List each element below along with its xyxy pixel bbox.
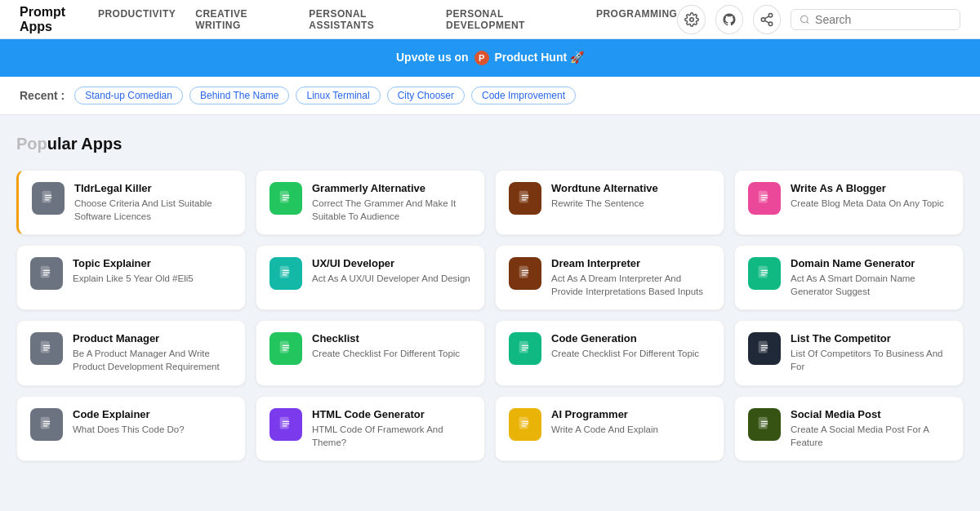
card-list-competitor[interactable]: List The Competitor List Of Competitors …: [734, 320, 964, 385]
card-icon: [509, 182, 541, 215]
card-body: Code Generation Create Checklist For Dif…: [551, 332, 710, 360]
nav-link-creative-writing[interactable]: CREATIVE WRITING: [195, 8, 289, 31]
search-icon: [800, 14, 810, 25]
svg-point-6: [801, 16, 808, 22]
card-title: TldrLegal Killer: [74, 182, 232, 194]
card-icon: [509, 257, 541, 290]
svg-rect-17: [280, 341, 289, 353]
card-desc: Create A Social Media Post For A Feature: [791, 423, 950, 449]
nav-actions: [677, 5, 960, 34]
card-icon: [509, 332, 541, 365]
recent-tag[interactable]: Code Improvement: [471, 87, 576, 104]
recent-bar: Recent : Stand-up ComedianBehind The Nam…: [0, 77, 980, 115]
card-desc: Act As A Dream Interpreter And Provide I…: [551, 272, 710, 298]
svg-rect-20: [41, 416, 50, 429]
svg-point-0: [689, 17, 693, 21]
nav-link-productivity[interactable]: PRODUCTIVITY: [98, 8, 176, 31]
svg-rect-22: [519, 416, 528, 429]
svg-line-4: [765, 20, 769, 23]
search-input[interactable]: [815, 13, 951, 26]
svg-rect-13: [280, 266, 289, 278]
card-body: Checklist Create Checklist For Different…: [312, 332, 471, 360]
card-ai-programmer[interactable]: AI Programmer Write A Code And Explain: [495, 396, 724, 461]
nav-link-programming[interactable]: PROGRAMMING: [596, 8, 678, 31]
card-icon: [30, 332, 63, 365]
card-code-explainer[interactable]: Code Explainer What Does This Code Do?: [16, 396, 246, 461]
card-body: AI Programmer Write A Code And Explain: [551, 408, 710, 436]
recent-tags: Stand-up ComedianBehind The NameLinux Te…: [74, 87, 576, 104]
card-domain-name-gen[interactable]: Domain Name Generator Act As A Smart Dom…: [734, 245, 964, 310]
card-html-code-gen[interactable]: HTML Code Generator HTML Code Of Framewo…: [256, 396, 485, 461]
card-desc: Act As A Smart Domain Name Generator Sug…: [791, 272, 950, 298]
card-body: Write As A Blogger Create Blog Meta Data…: [791, 182, 950, 210]
card-write-blogger[interactable]: Write As A Blogger Create Blog Meta Data…: [734, 170, 964, 235]
svg-rect-15: [759, 266, 768, 278]
banner: Upvote us on P Product Hunt 🚀: [0, 39, 980, 77]
card-desc: Create Checklist For Different Topic: [551, 347, 710, 360]
card-body: Product Manager Be A Product Manager And…: [73, 332, 232, 373]
card-social-media-post[interactable]: Social Media Post Create A Social Media …: [734, 396, 964, 461]
card-title: Checklist: [312, 332, 471, 344]
cards-grid: TldrLegal Killer Choose Criteria And Lis…: [16, 170, 964, 461]
card-uxui-developer[interactable]: UX/UI Developer Act As A UX/UI Developer…: [256, 245, 485, 310]
recent-tag[interactable]: Stand-up Comedian: [74, 87, 183, 104]
svg-rect-21: [280, 416, 289, 429]
svg-rect-16: [41, 341, 50, 353]
card-desc: List Of Competitors To Business And For: [791, 347, 950, 373]
card-body: Dream Interpreter Act As A Dream Interpr…: [551, 257, 710, 298]
svg-rect-11: [759, 191, 768, 203]
svg-rect-14: [519, 266, 528, 278]
svg-line-7: [807, 21, 808, 23]
card-dream-interpreter[interactable]: Dream Interpreter Act As A Dream Interpr…: [495, 245, 724, 310]
card-body: HTML Code Generator HTML Code Of Framewo…: [312, 408, 471, 449]
card-desc: Rewrite The Sentence: [551, 197, 710, 210]
section-title: Popular Apps: [16, 135, 964, 153]
card-topic-explainer[interactable]: Topic Explainer Explain Like 5 Year Old …: [16, 245, 246, 310]
svg-rect-19: [759, 341, 768, 353]
main-content: Popular Apps TldrLegal Killer Choose Cri…: [0, 115, 980, 487]
card-icon: [748, 332, 781, 365]
card-title: HTML Code Generator: [312, 408, 471, 420]
nav-link-personal-development[interactable]: PERSONAL DEVELOPMENT: [446, 8, 577, 31]
navbar: Prompt Apps PRODUCTIVITYCREATIVE WRITING…: [0, 0, 980, 39]
recent-tag[interactable]: City Chooser: [387, 87, 465, 104]
card-icon: [270, 182, 302, 215]
nav-links: PRODUCTIVITYCREATIVE WRITINGPERSONAL ASS…: [98, 8, 678, 31]
card-body: Code Explainer What Does This Code Do?: [73, 408, 232, 436]
card-body: Topic Explainer Explain Like 5 Year Old …: [73, 257, 232, 285]
card-icon: [270, 332, 302, 365]
card-icon: [32, 182, 65, 215]
svg-rect-23: [759, 416, 768, 429]
card-tldrlegal-killer[interactable]: TldrLegal Killer Choose Criteria And Lis…: [16, 170, 246, 235]
card-grammerly-alt[interactable]: Grammerly Alternative Correct The Gramme…: [256, 170, 485, 235]
card-product-manager[interactable]: Product Manager Be A Product Manager And…: [16, 320, 246, 385]
card-body: Social Media Post Create A Social Media …: [791, 408, 950, 449]
card-wordtune-alt[interactable]: Wordtune Alternative Rewrite The Sentenc…: [495, 170, 724, 235]
settings-button[interactable]: [677, 5, 705, 34]
share-button[interactable]: [753, 5, 781, 34]
card-title: Code Generation: [551, 332, 710, 344]
card-checklist[interactable]: Checklist Create Checklist For Different…: [256, 320, 485, 385]
card-desc: What Does This Code Do?: [73, 423, 232, 436]
card-title: Dream Interpreter: [551, 257, 710, 269]
card-body: Wordtune Alternative Rewrite The Sentenc…: [551, 182, 710, 210]
share-icon: [760, 12, 774, 27]
card-body: List The Competitor List Of Competitors …: [791, 332, 950, 373]
svg-rect-8: [42, 191, 51, 203]
card-title: List The Competitor: [791, 332, 950, 344]
brand-logo: Prompt Apps: [20, 5, 98, 34]
search-bar[interactable]: [791, 9, 960, 30]
card-desc: Explain Like 5 Year Old #Eli5: [73, 272, 232, 285]
card-code-generation[interactable]: Code Generation Create Checklist For Dif…: [495, 320, 724, 385]
svg-rect-10: [519, 191, 528, 203]
card-icon: [509, 408, 541, 441]
nav-link-personal-assistants[interactable]: PERSONAL ASSISTANTS: [309, 8, 426, 31]
card-body: Grammerly Alternative Correct The Gramme…: [312, 182, 471, 223]
card-title: Write As A Blogger: [791, 182, 950, 194]
card-desc: Create Blog Meta Data On Any Topic: [791, 197, 950, 210]
card-title: UX/UI Developer: [312, 257, 471, 269]
github-button[interactable]: [715, 5, 743, 34]
recent-tag[interactable]: Linux Terminal: [296, 87, 380, 104]
recent-tag[interactable]: Behind The Name: [189, 87, 290, 104]
card-icon: [30, 257, 63, 290]
